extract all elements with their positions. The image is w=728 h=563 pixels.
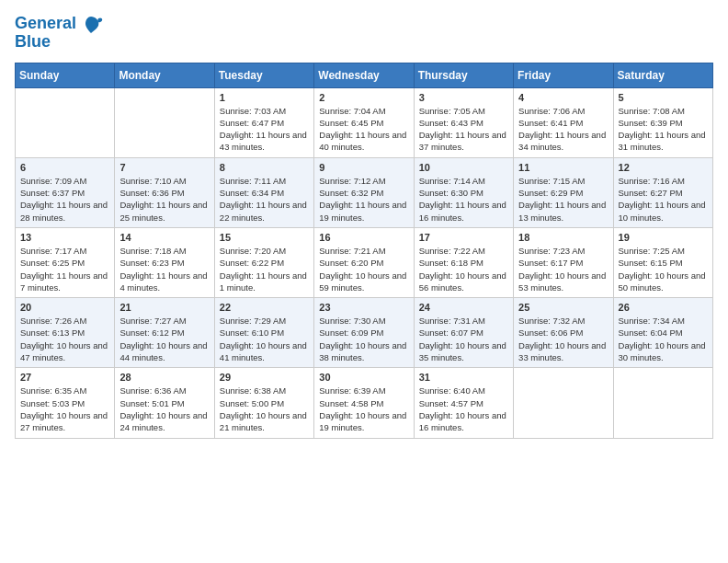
day-info: Sunrise: 6:39 AMSunset: 4:58 PMDaylight:… [319,385,408,433]
sunset-text: Sunset: 6:29 PM [518,187,608,199]
sunset-text: Sunset: 6:30 PM [419,187,508,199]
calendar-cell: 24Sunrise: 7:31 AMSunset: 6:07 PMDayligh… [414,298,513,368]
day-number: 18 [518,232,608,243]
calendar-cell: 10Sunrise: 7:14 AMSunset: 6:30 PMDayligh… [414,157,513,227]
daylight-text: Daylight: 11 hours and 10 minutes. [619,199,708,224]
calendar-cell: 1Sunrise: 7:03 AMSunset: 6:47 PMDaylight… [214,87,313,157]
calendar-cell: 13Sunrise: 7:17 AMSunset: 6:25 PMDayligh… [16,227,115,297]
sunrise-text: Sunrise: 6:38 AM [220,385,309,396]
weekday-header-saturday: Saturday [613,63,712,87]
sunrise-text: Sunrise: 7:22 AM [419,245,508,257]
daylight-text: Daylight: 11 hours and 31 minutes. [619,129,708,154]
sunset-text: Sunset: 6:41 PM [518,117,608,129]
daylight-text: Daylight: 10 hours and 19 minutes. [319,409,408,434]
sunset-text: Sunset: 6:22 PM [220,257,309,269]
sunset-text: Sunset: 6:45 PM [319,117,408,129]
day-number: 8 [220,162,309,173]
sunset-text: Sunset: 6:23 PM [119,257,209,269]
daylight-text: Daylight: 11 hours and 19 minutes. [319,199,408,224]
sunrise-text: Sunrise: 7:04 AM [319,105,408,117]
daylight-text: Daylight: 10 hours and 30 minutes. [619,339,708,364]
day-number: 11 [518,162,608,173]
day-number: 29 [220,372,309,383]
sunrise-text: Sunrise: 7:29 AM [220,315,309,327]
calendar-cell: 28Sunrise: 6:36 AMSunset: 5:01 PMDayligh… [115,368,214,438]
day-info: Sunrise: 7:04 AMSunset: 6:45 PMDaylight:… [319,105,408,154]
daylight-text: Daylight: 10 hours and 21 minutes. [220,409,309,434]
day-info: Sunrise: 7:26 AMSunset: 6:13 PMDaylight:… [20,315,109,363]
calendar-cell: 18Sunrise: 7:23 AMSunset: 6:17 PMDayligh… [514,227,613,297]
calendar-cell [16,87,115,157]
day-number: 21 [119,302,209,313]
sunset-text: Sunset: 6:36 PM [119,187,209,199]
day-info: Sunrise: 6:35 AMSunset: 5:03 PMDaylight:… [20,385,109,433]
calendar-cell: 19Sunrise: 7:25 AMSunset: 6:15 PMDayligh… [613,227,712,297]
daylight-text: Daylight: 11 hours and 4 minutes. [119,270,209,294]
sunset-text: Sunset: 6:20 PM [319,257,408,269]
sunset-text: Sunset: 5:00 PM [220,397,309,409]
sunrise-text: Sunrise: 7:25 AM [619,245,708,257]
sunset-text: Sunset: 6:04 PM [619,327,708,339]
day-number: 5 [619,92,708,103]
day-number: 26 [619,302,708,313]
sunset-text: Sunset: 6:25 PM [20,257,109,269]
day-info: Sunrise: 7:10 AMSunset: 6:36 PMDaylight:… [119,175,209,224]
sunset-text: Sunset: 6:39 PM [619,117,708,129]
calendar-week-5: 27Sunrise: 6:35 AMSunset: 5:03 PMDayligh… [16,368,713,438]
sunrise-text: Sunrise: 7:12 AM [319,175,408,187]
day-number: 27 [20,372,109,383]
daylight-text: Daylight: 10 hours and 59 minutes. [319,270,408,294]
sunset-text: Sunset: 6:12 PM [119,327,209,339]
calendar-cell: 12Sunrise: 7:16 AMSunset: 6:27 PMDayligh… [613,157,712,227]
daylight-text: Daylight: 11 hours and 37 minutes. [419,129,508,154]
calendar-week-3: 13Sunrise: 7:17 AMSunset: 6:25 PMDayligh… [16,227,713,297]
daylight-text: Daylight: 10 hours and 24 minutes. [119,409,209,434]
calendar-cell: 3Sunrise: 7:05 AMSunset: 6:43 PMDaylight… [414,87,513,157]
daylight-text: Daylight: 11 hours and 40 minutes. [319,129,408,154]
sunset-text: Sunset: 6:17 PM [518,257,608,269]
calendar-cell: 27Sunrise: 6:35 AMSunset: 5:03 PMDayligh… [16,368,115,438]
sunrise-text: Sunrise: 6:36 AM [119,385,209,396]
day-info: Sunrise: 7:25 AMSunset: 6:15 PMDaylight:… [619,245,708,293]
sunset-text: Sunset: 6:37 PM [20,187,109,199]
sunrise-text: Sunrise: 7:14 AM [419,175,508,187]
day-info: Sunrise: 7:15 AMSunset: 6:29 PMDaylight:… [518,175,608,224]
calendar-week-2: 6Sunrise: 7:09 AMSunset: 6:37 PMDaylight… [16,157,713,227]
calendar-week-1: 1Sunrise: 7:03 AMSunset: 6:47 PMDaylight… [16,87,713,157]
daylight-text: Daylight: 11 hours and 22 minutes. [220,199,309,224]
daylight-text: Daylight: 10 hours and 33 minutes. [518,339,608,364]
daylight-text: Daylight: 10 hours and 27 minutes. [20,409,109,434]
calendar-cell [514,368,613,438]
sunrise-text: Sunrise: 7:34 AM [619,315,708,327]
calendar-cell: 7Sunrise: 7:10 AMSunset: 6:36 PMDaylight… [115,157,214,227]
day-number: 17 [419,232,508,243]
daylight-text: Daylight: 11 hours and 16 minutes. [419,199,508,224]
day-info: Sunrise: 7:31 AMSunset: 6:07 PMDaylight:… [419,315,508,363]
sunset-text: Sunset: 5:03 PM [20,397,109,409]
sunrise-text: Sunrise: 7:15 AM [518,175,608,187]
calendar-cell: 2Sunrise: 7:04 AMSunset: 6:45 PMDaylight… [314,87,414,157]
sunset-text: Sunset: 5:01 PM [119,397,209,409]
day-info: Sunrise: 7:34 AMSunset: 6:04 PMDaylight:… [619,315,708,363]
sunset-text: Sunset: 4:57 PM [419,397,508,409]
day-info: Sunrise: 7:16 AMSunset: 6:27 PMDaylight:… [619,175,708,224]
sunrise-text: Sunrise: 7:11 AM [220,175,309,187]
day-number: 22 [220,302,309,313]
day-info: Sunrise: 7:05 AMSunset: 6:43 PMDaylight:… [419,105,508,154]
sunrise-text: Sunrise: 7:26 AM [20,315,109,327]
daylight-text: Daylight: 11 hours and 1 minute. [220,270,309,294]
daylight-text: Daylight: 10 hours and 38 minutes. [319,339,408,364]
weekday-header-wednesday: Wednesday [314,63,414,87]
daylight-text: Daylight: 10 hours and 41 minutes. [220,339,309,364]
sunrise-text: Sunrise: 7:31 AM [419,315,508,327]
daylight-text: Daylight: 11 hours and 7 minutes. [20,270,109,294]
calendar-cell: 16Sunrise: 7:21 AMSunset: 6:20 PMDayligh… [314,227,414,297]
sunset-text: Sunset: 6:06 PM [518,327,608,339]
calendar-cell: 22Sunrise: 7:29 AMSunset: 6:10 PMDayligh… [214,298,313,368]
day-number: 1 [220,92,309,103]
weekday-header-monday: Monday [115,63,214,87]
day-info: Sunrise: 7:11 AMSunset: 6:34 PMDaylight:… [220,175,309,224]
sunrise-text: Sunrise: 7:21 AM [319,245,408,257]
sunrise-text: Sunrise: 7:27 AM [119,315,209,327]
day-info: Sunrise: 6:38 AMSunset: 5:00 PMDaylight:… [220,385,309,433]
